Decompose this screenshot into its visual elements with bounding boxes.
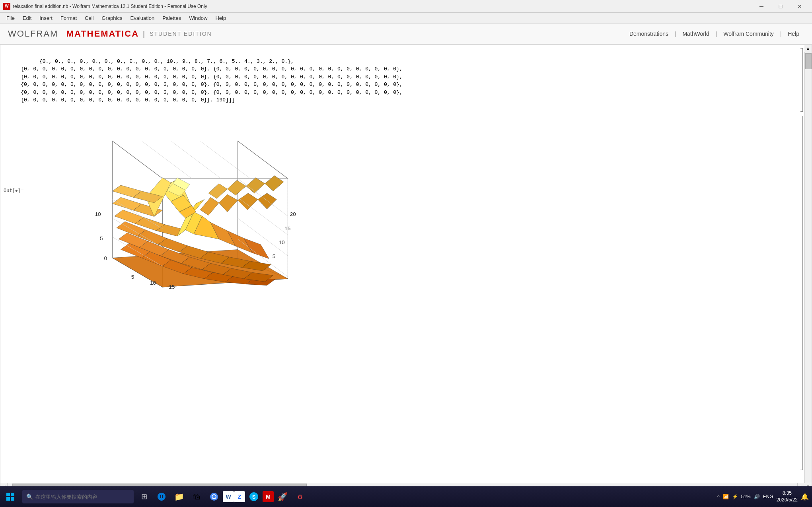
x-axis-10: 10: [150, 280, 156, 286]
mathematica-text: MATHEMATICA: [66, 29, 139, 39]
taskbar-clock[interactable]: 8:35 2020/5/22: [777, 490, 798, 503]
edge-icon[interactable]: [153, 488, 170, 505]
menu-insert[interactable]: Insert: [36, 14, 56, 22]
edition-text: STUDENT EDITION: [150, 31, 212, 37]
volume-icon: 🔊: [754, 494, 760, 499]
plot-container: 0 5 10 5 10 15 5 10 15 20: [60, 128, 307, 295]
svg-marker-48: [238, 193, 258, 210]
z-axis-5: 5: [100, 235, 103, 241]
mathematica-taskbar-icon[interactable]: M: [263, 491, 274, 502]
nav-demonstrations[interactable]: Demonstrations: [625, 31, 673, 37]
code-line-4: {0, 0, 0, 0, 0, 0, 0, 0, 0, 0, 0, 0, 0, …: [8, 82, 403, 87]
search-icon: 🔍: [26, 493, 33, 500]
taskbar-search-input[interactable]: [35, 494, 130, 500]
code-line-6: {0, 0, 0, 0, 0, 0, 0, 0, 0, 0, 0, 0, 0, …: [8, 97, 235, 103]
network-icon: 📶: [723, 494, 729, 499]
3d-plot-svg: 0 5 10 5 10 15 5 10 15 20: [60, 128, 307, 295]
logo-space: [60, 29, 64, 39]
word-icon[interactable]: W: [223, 491, 234, 502]
y-axis-20: 20: [290, 211, 296, 217]
nav-sep-1: |: [673, 31, 678, 37]
nav-community[interactable]: Wolfram Community: [719, 31, 779, 37]
nav-sep-3: |: [779, 31, 783, 37]
svg-text:S: S: [252, 494, 256, 500]
menu-evaluation[interactable]: Evaluation: [127, 14, 158, 22]
menu-cell[interactable]: Cell: [82, 14, 97, 22]
show-hidden-icons[interactable]: ^: [717, 494, 720, 499]
code-line-5: {0, 0, 0, 0, 0, 0, 0, 0, 0, 0, 0, 0, 0, …: [8, 89, 403, 95]
menu-bar: File Edit Insert Format Cell Graphics Ev…: [0, 13, 812, 24]
edition-divider: |: [143, 30, 146, 38]
start-button[interactable]: [0, 486, 21, 507]
svg-marker-53: [227, 180, 246, 195]
clock-date: 2020/5/22: [777, 497, 798, 503]
menu-help[interactable]: Help: [212, 14, 229, 22]
window-controls[interactable]: ─ □ ✕: [752, 0, 809, 12]
system-tray: ^ 📶 ⚡ 51% 🔊 ENG 8:35 2020/5/22 🔔: [717, 490, 812, 503]
skype-icon[interactable]: S: [245, 488, 263, 505]
scrollbar-thumb-vertical[interactable]: [805, 53, 812, 69]
menu-palettes[interactable]: Palettes: [159, 14, 184, 22]
notification-icon[interactable]: 🔔: [801, 493, 809, 501]
menu-graphics[interactable]: Graphics: [98, 14, 125, 22]
x-axis-5: 5: [131, 274, 134, 280]
cell-bracket-area[interactable]: [800, 48, 804, 482]
minimize-button[interactable]: ─: [752, 0, 771, 12]
output-label: Out[●]=: [0, 124, 28, 194]
code-line-3: {0, 0, 0, 0, 0, 0, 0, 0, 0, 0, 0, 0, 0, …: [8, 74, 403, 80]
clock-time: 8:35: [777, 490, 798, 497]
notebook-wrapper: {0., 0., 0., 0., 0., 0., 0., 0., 0., 0.,…: [0, 45, 812, 490]
y-axis-15: 15: [284, 225, 291, 231]
close-button[interactable]: ✕: [791, 0, 809, 12]
svg-line-63: [200, 141, 250, 179]
store-icon[interactable]: 🛍: [188, 488, 205, 505]
menu-file[interactable]: File: [3, 14, 18, 22]
battery-icon: ⚡: [732, 494, 738, 499]
window-title: relaxation final eddition.nb - Wolfram M…: [13, 4, 207, 9]
title-bar: W relaxation final eddition.nb - Wolfram…: [0, 0, 812, 13]
svg-line-62: [171, 141, 221, 179]
maximize-button[interactable]: □: [771, 0, 790, 12]
title-bar-left: W relaxation final eddition.nb - Wolfram…: [3, 3, 207, 10]
cell-bracket-output[interactable]: [800, 116, 803, 470]
y-axis-10: 10: [278, 239, 285, 245]
app-icon: W: [3, 3, 10, 10]
notebook-content[interactable]: {0., 0., 0., 0., 0., 0., 0., 0., 0., 0.,…: [0, 45, 812, 490]
menu-format[interactable]: Format: [57, 14, 80, 22]
wolfram-logo: WOLFRAM MATHEMATICA | STUDENT EDITION: [8, 29, 212, 39]
vertical-scrollbar[interactable]: ▲ ▼: [804, 45, 812, 490]
taskbar[interactable]: 🔍 ⊞ 📁 🛍 W Z S M 🚀 ⚙ ^ 📶 ⚡ 51% 🔊 ENG 8:35…: [0, 486, 812, 507]
menu-edit[interactable]: Edit: [19, 14, 35, 22]
file-explorer-icon[interactable]: 📁: [170, 488, 188, 505]
menu-window[interactable]: Window: [186, 14, 210, 22]
nav-mathworld[interactable]: MathWorld: [678, 31, 714, 37]
cell-bracket-code[interactable]: [800, 48, 803, 112]
code-line-1: {0., 0., 0., 0., 0., 0., 0., 0., 0., 0.,…: [27, 58, 294, 64]
windows-logo: [6, 493, 14, 501]
nav-help[interactable]: Help: [783, 31, 804, 37]
svg-line-61: [142, 141, 192, 179]
wolfram-text: WOLFRAM: [8, 29, 58, 39]
task-view-button[interactable]: ⊞: [135, 488, 153, 505]
z-axis-0: 0: [104, 255, 107, 261]
svg-marker-54: [246, 177, 265, 193]
zoom-icon[interactable]: Z: [234, 491, 245, 502]
svg-marker-47: [219, 194, 238, 212]
z-axis-10: 10: [95, 211, 101, 217]
y-axis-5: 5: [273, 253, 276, 259]
svg-marker-0: [113, 141, 288, 179]
nav-sep-2: |: [714, 31, 719, 37]
language-indicator[interactable]: ENG: [763, 494, 773, 499]
svg-marker-52: [208, 183, 227, 198]
x-axis-15: 15: [169, 284, 175, 290]
wolfram-nav: Demonstrations | MathWorld | Wolfram Com…: [625, 31, 804, 37]
battery-percent: 51%: [741, 494, 751, 499]
rocketdock-icon[interactable]: 🚀: [274, 488, 291, 505]
code-line-2: {0, 0, 0, 0, 0, 0, 0, 0, 0, 0, 0, 0, 0, …: [8, 66, 403, 72]
svg-marker-55: [265, 175, 284, 191]
wolfram-header: WOLFRAM MATHEMATICA | STUDENT EDITION De…: [0, 24, 812, 45]
taskbar-search-box[interactable]: 🔍: [22, 490, 134, 503]
svg-point-70: [212, 495, 216, 498]
extra-app-icon[interactable]: ⚙: [291, 488, 309, 505]
chrome-icon[interactable]: [205, 488, 223, 505]
